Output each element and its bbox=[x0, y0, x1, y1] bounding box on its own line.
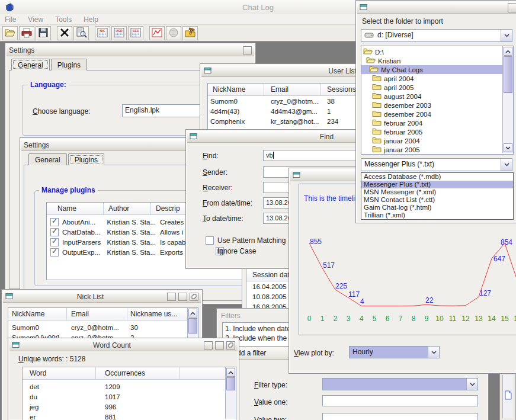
close-button[interactable] bbox=[508, 3, 516, 12]
vertical-scrollbar[interactable] bbox=[225, 367, 236, 419]
file-type-option[interactable]: Gaim Chat-log (*.html) bbox=[361, 204, 513, 211]
text-caret bbox=[273, 152, 274, 159]
toolbar-delete-button[interactable] bbox=[57, 26, 72, 40]
page-icon bbox=[360, 3, 368, 12]
menu-item-file[interactable]: File bbox=[5, 15, 16, 24]
scroll-up-button[interactable] bbox=[504, 47, 512, 56]
use-pattern-matching-checkbox[interactable] bbox=[206, 236, 214, 245]
folder-item[interactable]: februar 2004 bbox=[361, 118, 513, 127]
value-two-input[interactable] bbox=[322, 413, 478, 420]
toolbar-user-list-button[interactable]: USR bbox=[111, 26, 127, 40]
nick-list-titlebar[interactable]: Nick List bbox=[3, 291, 201, 303]
file-type-option[interactable]: Trillian (*.xml) bbox=[361, 211, 513, 219]
tab-plugins[interactable]: Plugins bbox=[51, 59, 87, 70]
folder-item[interactable]: januar 2005 bbox=[361, 145, 513, 154]
tab-general[interactable]: General bbox=[11, 59, 50, 70]
menu-item-tools[interactable]: Tools bbox=[55, 15, 72, 24]
minimize-button[interactable] bbox=[167, 293, 176, 301]
session-list-icon: SES bbox=[129, 27, 142, 40]
table-row[interactable]: du1017 bbox=[23, 392, 236, 402]
vertical-scrollbar[interactable] bbox=[502, 46, 513, 153]
close-button[interactable] bbox=[243, 46, 252, 54]
toolbar-nick-list-button[interactable]: NIC bbox=[95, 26, 110, 40]
folder-item[interactable]: Kristian bbox=[361, 56, 513, 65]
folder-item[interactable]: februar 2005 bbox=[361, 127, 513, 136]
page-icon bbox=[12, 341, 20, 350]
chevron-down-icon[interactable] bbox=[428, 347, 439, 358]
view-plot-by-value: Hourly bbox=[350, 347, 428, 358]
folder-item[interactable]: april 2004 bbox=[361, 74, 513, 83]
toolbar-session-list-button[interactable]: SES bbox=[128, 26, 143, 40]
column-header[interactable]: NickName bbox=[208, 84, 264, 95]
menu-item-view[interactable]: View bbox=[28, 15, 43, 24]
folder-item[interactable]: D:\ bbox=[361, 47, 513, 56]
column-header[interactable]: Author bbox=[104, 203, 151, 214]
toolbar-save-button[interactable] bbox=[36, 26, 51, 40]
file-type-option[interactable]: MSN Messenger (*.xml) bbox=[361, 188, 513, 196]
filter-type-combo[interactable] bbox=[322, 378, 478, 390]
scroll-up-button[interactable] bbox=[226, 368, 235, 377]
table-row[interactable]: jeg996 bbox=[23, 402, 236, 412]
folder-item[interactable]: januar 2004 bbox=[361, 136, 513, 145]
close-button[interactable] bbox=[190, 293, 198, 301]
toolbar-preview-button[interactable] bbox=[73, 26, 89, 40]
file-type-option[interactable]: Messenger Plus (*.txt) bbox=[361, 181, 513, 188]
value-one-input[interactable] bbox=[322, 395, 478, 406]
column-header[interactable] bbox=[180, 367, 216, 379]
plugin-enabled-checkbox[interactable] bbox=[50, 238, 59, 246]
toolbar-word-count-button[interactable] bbox=[166, 26, 181, 40]
view-plot-by-combo[interactable]: Hourly bbox=[349, 346, 440, 358]
scroll-down-button[interactable] bbox=[504, 143, 512, 152]
chevron-down-icon[interactable] bbox=[501, 30, 512, 41]
maximize-button[interactable] bbox=[178, 293, 187, 301]
table-row[interactable]: er881 bbox=[23, 412, 236, 420]
drive-combo[interactable]: d: [Diverse] bbox=[361, 29, 512, 42]
language-input[interactable]: English.lpk bbox=[122, 104, 204, 117]
column-header[interactable]: NickName bbox=[8, 308, 67, 320]
file-type-combo[interactable]: Messenger Plus (*.txt) bbox=[361, 158, 512, 171]
folder-item[interactable]: desember 2003 bbox=[361, 101, 513, 110]
menu-item-help[interactable]: Help bbox=[84, 15, 98, 24]
scrollbar-thumb[interactable] bbox=[226, 377, 235, 390]
column-header[interactable]: Email bbox=[67, 308, 127, 320]
column-header[interactable]: Word bbox=[23, 367, 96, 379]
table-row[interactable]: det1209 bbox=[23, 381, 236, 392]
tab-plugins[interactable]: Plugins bbox=[68, 153, 104, 165]
tab-general[interactable]: General bbox=[28, 153, 67, 165]
close-button[interactable] bbox=[226, 341, 235, 350]
toolbar-timeline-chart-button[interactable] bbox=[149, 26, 165, 40]
folder-icon bbox=[372, 118, 384, 127]
toolbar-import-folder-button[interactable] bbox=[182, 26, 198, 40]
plugin-enabled-checkbox[interactable] bbox=[50, 218, 59, 226]
chevron-down-icon[interactable] bbox=[501, 159, 512, 171]
maximize-button[interactable] bbox=[215, 341, 224, 350]
minimize-button[interactable] bbox=[204, 341, 213, 350]
toolbar-print-button[interactable] bbox=[19, 26, 34, 40]
toolbar-open-button[interactable] bbox=[2, 26, 18, 40]
scrollbar-thumb[interactable] bbox=[504, 56, 512, 93]
scrollbar-thumb[interactable] bbox=[188, 318, 197, 334]
settings-general-titlebar[interactable]: Settings bbox=[7, 44, 254, 56]
column-header[interactable]: Occurrences bbox=[96, 367, 180, 379]
plugin-enabled-checkbox[interactable] bbox=[50, 228, 59, 236]
column-header[interactable]: Name bbox=[47, 203, 104, 214]
folder-item[interactable]: My Chat Logs bbox=[361, 65, 513, 74]
column-header[interactable]: Nickname us... bbox=[127, 308, 187, 320]
file-type-option[interactable]: MSN Contact List (*.ctt) bbox=[361, 196, 513, 204]
word-count-titlebar[interactable]: Word Count bbox=[9, 339, 238, 351]
chevron-down-icon[interactable] bbox=[466, 379, 477, 390]
import-titlebar[interactable] bbox=[357, 2, 516, 14]
filters-title: Filters bbox=[221, 312, 241, 320]
folder-icon bbox=[372, 136, 384, 145]
user-list-icon: USR bbox=[113, 27, 126, 40]
column-header[interactable]: Email bbox=[264, 84, 321, 95]
folder-item[interactable]: april 2005 bbox=[361, 83, 513, 92]
cell: 996 bbox=[96, 403, 180, 411]
folder-item[interactable]: desember 2004 bbox=[361, 110, 513, 118]
folder-item[interactable]: august 2004 bbox=[361, 92, 513, 101]
plugin-enabled-checkbox[interactable] bbox=[50, 248, 59, 257]
table-row[interactable]: Sumom0cryz_0@hotm...30 bbox=[8, 322, 198, 332]
vertical-scrollbar[interactable] bbox=[502, 375, 513, 418]
scroll-up-button[interactable] bbox=[188, 309, 197, 318]
file-type-option[interactable]: Access Database (*.mdb) bbox=[361, 173, 513, 181]
